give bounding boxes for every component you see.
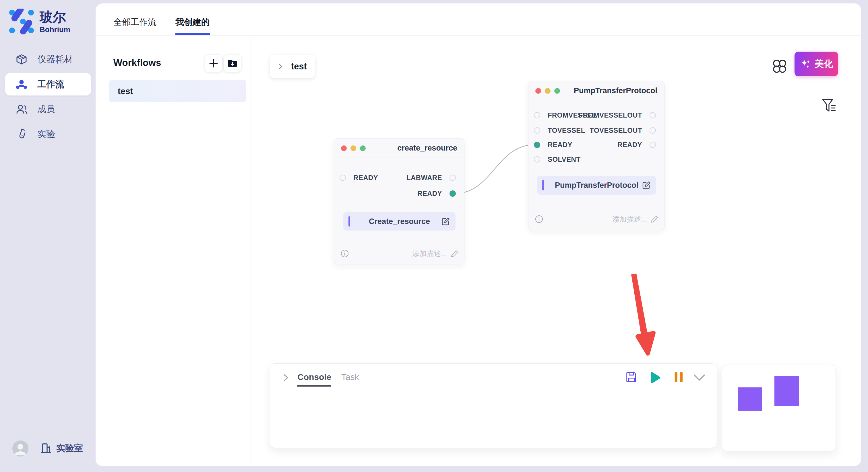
app-root: 玻尔 Bohrium 仪器耗材 工作流 — [0, 0, 868, 472]
sidebar-item-label: 实验 — [37, 128, 55, 140]
port-handle[interactable] — [340, 175, 346, 181]
chevron-right-icon — [277, 62, 284, 71]
bohrium-logo-icon — [9, 9, 34, 34]
node-pump-transfer-protocol[interactable]: PumpTransferProtocol FROMVESSEL TOVESSEL… — [528, 81, 664, 230]
sidebar-item-members[interactable]: 成员 — [5, 98, 91, 121]
port-handle-connected[interactable] — [534, 142, 540, 148]
traffic-yellow-dot — [350, 145, 356, 151]
sidebar-item-label: 工作流 — [37, 78, 64, 90]
action-label: Create_resource — [369, 217, 430, 226]
brand-subtitle: Bohrium — [40, 25, 70, 34]
port-label: FROMVESSELOUT — [579, 111, 642, 119]
save-icon[interactable] — [625, 371, 638, 383]
tab-task[interactable]: Task — [341, 372, 359, 382]
node-title: PumpTransferProtocol — [574, 86, 657, 95]
input-port-ready[interactable]: READY — [340, 174, 378, 182]
run-icon[interactable] — [648, 371, 662, 384]
workflows-list-panel: Workflows test — [96, 36, 251, 466]
output-port-fromvesselout[interactable]: FROMVESSELOUT — [579, 111, 656, 119]
port-label: READY — [548, 141, 572, 149]
pill-accent-bar — [348, 216, 350, 227]
pencil-icon[interactable] — [650, 215, 659, 224]
traffic-green-dot — [360, 145, 366, 151]
output-port-tovesselout[interactable]: TOVESSELOUT — [590, 127, 656, 134]
tab-console[interactable]: Console — [298, 372, 331, 386]
traffic-yellow-dot — [545, 88, 551, 94]
traffic-red-dot — [341, 145, 347, 151]
sidebar-item-workflow[interactable]: 工作流 — [5, 73, 91, 96]
import-folder-button[interactable] — [224, 55, 241, 72]
box-icon — [16, 53, 28, 65]
command-icon[interactable] — [771, 58, 788, 74]
description-placeholder[interactable]: 添加描述... — [412, 249, 447, 258]
pause-icon[interactable] — [673, 371, 685, 383]
console-panel: Console Task — [270, 363, 717, 448]
minimap-node-rect — [774, 376, 799, 406]
output-port-ready[interactable]: READY — [617, 141, 656, 149]
port-label: LABWARE — [406, 174, 442, 182]
input-port-tovessel[interactable]: TOVESSEL — [534, 127, 585, 134]
brand-name: 玻尔 — [40, 9, 70, 25]
collapse-chevron-down-icon[interactable] — [692, 373, 706, 382]
annotation-arrow — [628, 272, 660, 358]
node-header: create_resource — [334, 138, 464, 158]
info-icon[interactable] — [340, 249, 349, 258]
node-create-resource[interactable]: create_resource READY LABWARE READY Crea… — [334, 138, 464, 264]
edit-icon[interactable] — [441, 217, 451, 226]
port-handle-connected[interactable] — [450, 191, 456, 197]
traffic-green-dot — [554, 88, 560, 94]
port-handle[interactable] — [534, 112, 540, 119]
port-handle[interactable] — [534, 127, 540, 134]
building-icon — [40, 442, 52, 454]
plus-icon — [209, 59, 218, 68]
traffic-red-dot — [535, 88, 541, 94]
edit-icon[interactable] — [642, 181, 651, 190]
add-workflow-button[interactable] — [205, 55, 222, 72]
description-placeholder[interactable]: 添加描述... — [612, 214, 647, 224]
workflow-canvas[interactable]: test 美化 — [251, 36, 861, 466]
workflow-tabbar: 全部工作流 我创建的 — [96, 3, 861, 36]
node-footer: 添加描述... — [340, 248, 459, 258]
port-handle[interactable] — [650, 127, 656, 134]
members-icon — [16, 103, 28, 115]
port-label: TOVESSELOUT — [590, 127, 642, 134]
node-action-pill[interactable]: PumpTransferProtocol — [537, 176, 656, 195]
port-handle[interactable] — [650, 112, 656, 119]
sidebar: 玻尔 Bohrium 仪器耗材 工作流 — [0, 0, 96, 472]
output-port-labware[interactable]: LABWARE — [406, 174, 456, 182]
port-label: READY — [353, 174, 378, 182]
node-title: create_resource — [397, 144, 457, 153]
workflow-people-icon — [16, 78, 28, 90]
beautify-button[interactable]: 美化 — [795, 52, 838, 76]
tab-all-workflows[interactable]: 全部工作流 — [113, 16, 156, 35]
input-port-ready[interactable]: READY — [534, 141, 572, 149]
sidebar-item-label: 成员 — [37, 103, 55, 115]
breadcrumb[interactable]: test — [270, 55, 315, 78]
folder-download-icon — [227, 58, 238, 69]
node-action-pill[interactable]: Create_resource — [343, 212, 456, 231]
output-port-ready[interactable]: READY — [417, 190, 456, 198]
sidebar-item-consumables[interactable]: 仪器耗材 — [5, 48, 91, 71]
port-handle[interactable] — [650, 142, 656, 148]
node-footer: 添加描述... — [535, 214, 659, 224]
node-header: PumpTransferProtocol — [528, 81, 664, 100]
pill-accent-bar — [542, 180, 544, 191]
main-panel: 全部工作流 我创建的 Workflows test — [96, 3, 861, 466]
breadcrumb-label: test — [291, 61, 307, 72]
tab-my-created[interactable]: 我创建的 — [175, 16, 210, 35]
minimap[interactable] — [722, 365, 836, 451]
brand-logo: 玻尔 Bohrium — [9, 9, 70, 34]
info-icon[interactable] — [535, 215, 544, 224]
port-handle[interactable] — [534, 156, 540, 163]
input-port-solvent[interactable]: SOLVENT — [534, 156, 580, 164]
filter-icon[interactable] — [821, 98, 837, 113]
workspace-switcher[interactable]: 实验室 — [40, 442, 83, 454]
user-avatar[interactable] — [12, 440, 28, 457]
test-tube-icon — [16, 128, 28, 140]
port-handle[interactable] — [450, 175, 456, 181]
port-label: TOVESSEL — [548, 127, 585, 134]
workflow-list-item-test[interactable]: test — [109, 80, 246, 102]
pencil-icon[interactable] — [451, 249, 459, 258]
sidebar-item-experiment[interactable]: 实验 — [5, 123, 91, 145]
chevron-right-icon[interactable] — [281, 373, 291, 382]
